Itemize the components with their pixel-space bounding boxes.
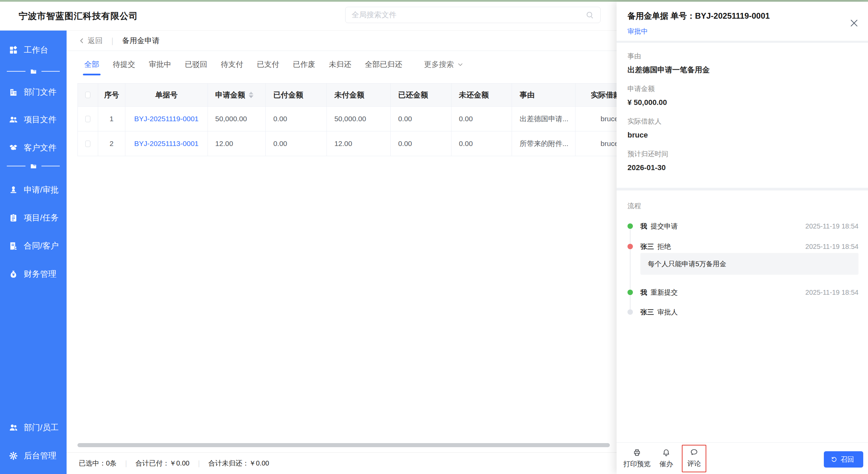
- sidebar-item-dashboard[interactable]: 工作台: [9, 43, 48, 57]
- step-text: 我提交申请: [640, 222, 678, 231]
- handshake-icon: [9, 143, 18, 152]
- column-header-paid: 已付金额: [266, 84, 327, 107]
- sidebar-item-label: 项目文件: [24, 114, 56, 125]
- horizontal-scrollbar-thumb[interactable]: [77, 443, 610, 447]
- sidebar-item-stamp[interactable]: 申请/审批: [9, 183, 59, 197]
- step-text: 张三审批人: [640, 308, 678, 317]
- column-header-seq: 序号: [98, 84, 125, 107]
- row-select-cell: [78, 107, 98, 131]
- column-header-applied: 申请金额: [208, 84, 266, 107]
- folder-icon: [25, 163, 41, 170]
- cell-paid: 0.00: [266, 107, 327, 131]
- document-link[interactable]: BYJ-20251119-0001: [134, 115, 199, 123]
- bell-icon: [662, 449, 670, 457]
- global-search[interactable]: [345, 7, 601, 23]
- sidebar-divider: [7, 68, 60, 75]
- sidebar-item-building[interactable]: 部门文件: [9, 85, 56, 99]
- timeline-dot-green: [627, 290, 633, 295]
- close-icon[interactable]: [849, 18, 859, 28]
- step-actor: 我: [640, 222, 647, 230]
- cell-reason: 出差德国申请...: [512, 107, 575, 131]
- step-action: 重新提交: [651, 289, 678, 296]
- step-time: 2025-11-19 18:54: [805, 289, 858, 296]
- sidebar-item-label: 部门/员工: [24, 422, 59, 433]
- bell-action-button[interactable]: 催办: [659, 449, 673, 469]
- action-label: 打印预览: [623, 459, 651, 469]
- column-header-label: 申请金额: [215, 90, 245, 100]
- detail-field: 预计归还时间2026-01-30: [627, 149, 857, 173]
- document-link[interactable]: BYJ-20251113-0001: [134, 140, 199, 148]
- cell-reason: 所带来的附件...: [512, 131, 575, 156]
- printer-action-button[interactable]: 打印预览: [623, 449, 651, 469]
- contract-icon: [9, 241, 18, 251]
- back-label: 返回: [88, 36, 103, 46]
- recall-button[interactable]: 召回: [824, 451, 863, 468]
- table-row[interactable]: 2BYJ-20251113-000112.000.0012.000.000.00…: [78, 131, 643, 156]
- column-header-label: 序号: [104, 90, 119, 100]
- tab-4[interactable]: 待支付: [221, 59, 243, 70]
- tab-2[interactable]: 审批中: [149, 59, 171, 70]
- select-all-checkbox[interactable]: [85, 92, 90, 98]
- tab-6[interactable]: 已作废: [293, 59, 315, 70]
- cell-value: 0.00: [459, 115, 473, 123]
- drawer-title: 备用金单据 单号：BYJ-20251119-0001: [627, 11, 770, 21]
- sidebar-item-label: 财务管理: [24, 269, 56, 279]
- detail-drawer: 备用金单据 单号：BYJ-20251119-0001 审批中 事由出差德国申请一…: [617, 2, 868, 474]
- row-checkbox[interactable]: [85, 141, 90, 147]
- more-search-button[interactable]: 更多搜索: [424, 59, 463, 70]
- tab-7[interactable]: 未归还: [329, 59, 351, 70]
- tab-1[interactable]: 待提交: [113, 59, 135, 70]
- sidebar-item-label: 后台管理: [24, 450, 56, 461]
- timeline-step: 我提交申请2025-11-19 18:54: [627, 220, 858, 232]
- cell-value: 出差德国申请...: [519, 114, 568, 124]
- cell-value: 2: [110, 140, 114, 148]
- chevron-down-icon: [457, 61, 463, 68]
- sort-control[interactable]: [249, 92, 253, 98]
- sidebar-item-team[interactable]: 项目文件: [9, 113, 56, 126]
- step-text: 我重新提交: [640, 288, 678, 297]
- detail-field: 事由出差德国申请一笔备用金: [627, 51, 857, 75]
- tab-8[interactable]: 全部已归还: [365, 59, 402, 70]
- column-header-repaid: 已还金额: [391, 84, 451, 107]
- sidebar-item-label: 客户文件: [24, 142, 56, 153]
- field-value: bruce: [627, 130, 857, 140]
- recall-icon: [831, 456, 837, 463]
- cell-applied: 50,000.00: [208, 107, 266, 131]
- step-actor: 张三: [640, 243, 654, 250]
- column-header-label: 已付金额: [273, 90, 303, 100]
- svg-text:¥: ¥: [12, 273, 15, 277]
- field-label: 实际借款人: [627, 116, 857, 126]
- cell-applied: 12.00: [208, 131, 266, 156]
- sidebar-item-users[interactable]: 部门/员工: [9, 421, 59, 434]
- step-action: 拒绝: [657, 243, 671, 250]
- comment-action-button[interactable]: 评论: [682, 445, 706, 472]
- field-value: 2026-01-30: [627, 163, 857, 173]
- search-input[interactable]: [352, 11, 585, 19]
- table-row[interactable]: 1BYJ-20251119-000150,000.000.0050,000.00…: [78, 107, 643, 131]
- tab-3[interactable]: 已驳回: [185, 59, 207, 70]
- total-unreturned: 合计未归还：￥0.00: [208, 459, 269, 468]
- cell-doc_no: BYJ-20251119-0001: [125, 107, 208, 131]
- cell-value: bruce: [601, 115, 619, 123]
- step-time: 2025-11-19 18:54: [805, 222, 858, 230]
- clipboard-icon: [9, 213, 18, 222]
- timeline-connector: [630, 226, 631, 312]
- cell-value: 50,000.00: [215, 115, 247, 123]
- step-actor: 我: [640, 289, 647, 296]
- column-header-label: 未还金额: [459, 90, 489, 100]
- row-checkbox[interactable]: [85, 116, 90, 122]
- total-paid: 合计已付：￥0.00: [136, 459, 190, 468]
- cell-unrepaid: 0.00: [451, 131, 512, 156]
- cell-value: 50,000.00: [334, 115, 366, 123]
- tab-5[interactable]: 已支付: [257, 59, 279, 70]
- cell-unpaid: 12.00: [327, 131, 391, 156]
- rejection-comment: 每个人只能申请5万备用金: [640, 253, 858, 275]
- tab-all[interactable]: 全部: [84, 59, 99, 70]
- sidebar-item-contract[interactable]: 合同/客户: [9, 239, 59, 253]
- sidebar-item-money-bag[interactable]: ¥财务管理: [9, 267, 56, 281]
- sidebar-item-handshake[interactable]: 客户文件: [9, 141, 56, 154]
- back-button[interactable]: 返回: [79, 36, 103, 46]
- sidebar-item-gear[interactable]: 后台管理: [9, 449, 56, 462]
- users-icon: [9, 423, 18, 432]
- sidebar-item-clipboard[interactable]: 项目/任务: [9, 211, 59, 224]
